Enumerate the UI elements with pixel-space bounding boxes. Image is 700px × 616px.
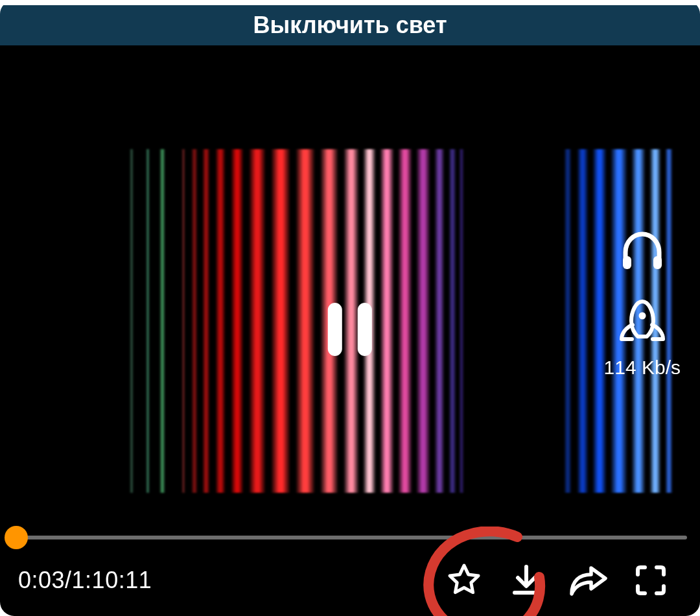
spectrum-bar [271, 149, 290, 493]
fullscreen-icon [635, 564, 667, 597]
audio-mode-button[interactable] [615, 227, 670, 274]
download-icon [509, 563, 544, 598]
spectrum-bar [181, 149, 185, 493]
pause-button[interactable] [321, 303, 379, 359]
rocket-icon [616, 299, 668, 342]
side-controls: 114 Kb/s [604, 227, 681, 379]
spectrum-bar [249, 149, 266, 493]
lights-off-label: Выключить свет [253, 12, 447, 39]
pause-icon [358, 303, 372, 356]
spectrum-bar [130, 149, 134, 493]
headphones-icon [620, 230, 664, 270]
spectrum-bar [296, 149, 315, 493]
network-speed-label: 114 Kb/s [604, 357, 681, 379]
current-time: 0:03 [18, 567, 65, 593]
share-button[interactable] [557, 554, 620, 606]
total-time: 1:10:11 [72, 567, 152, 593]
star-icon [447, 563, 482, 598]
spectrum-bar [577, 149, 589, 493]
spectrum-bar [459, 149, 464, 493]
spectrum-bar [159, 149, 165, 493]
video-player: 114 Kb/s 0:03/1:10:11 [0, 45, 700, 616]
fullscreen-button[interactable] [620, 554, 682, 606]
spectrum-bar [146, 149, 150, 493]
video-player-page: Выключить свет [0, 0, 700, 616]
spectrum-bar [231, 149, 244, 493]
spectrum-bar [564, 149, 572, 493]
playback-time: 0:03/1:10:11 [18, 567, 152, 594]
download-button[interactable] [495, 554, 557, 606]
svg-rect-1 [653, 256, 662, 269]
pause-icon [328, 303, 342, 356]
spectrum-bar [202, 149, 210, 493]
speed-boost-button[interactable] [615, 297, 670, 344]
favorite-button[interactable] [433, 554, 495, 606]
spectrum-bar [449, 149, 456, 493]
spectrum-bar [380, 149, 394, 493]
lights-off-bar[interactable]: Выключить свет [0, 5, 700, 45]
svg-rect-0 [623, 256, 631, 269]
svg-point-2 [638, 313, 646, 320]
share-icon [569, 564, 608, 597]
spectrum-bar [434, 149, 445, 493]
spectrum-bar [215, 149, 226, 493]
progress-bar[interactable] [13, 536, 687, 539]
spectrum-bar [416, 149, 430, 493]
spectrum-bar [191, 149, 198, 493]
spectrum-bar [398, 149, 412, 493]
player-bottom-bar: 0:03/1:10:11 [0, 545, 700, 616]
